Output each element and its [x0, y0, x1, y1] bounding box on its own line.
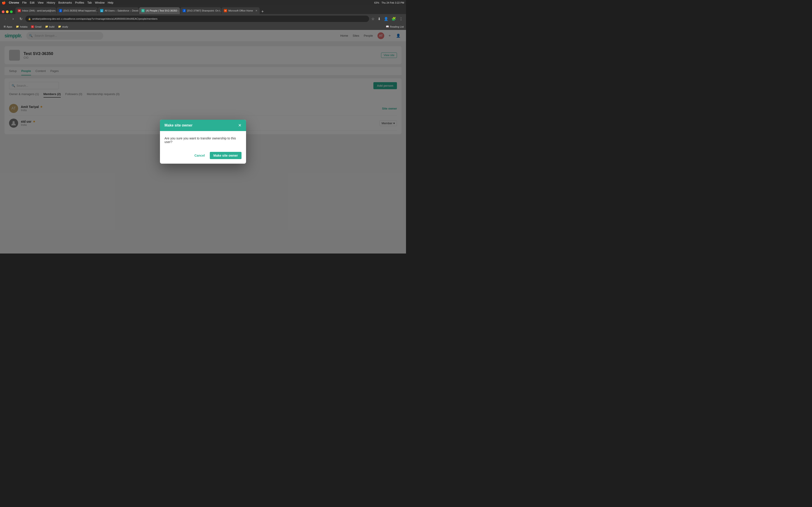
refresh-button[interactable]: ↻: [18, 16, 24, 22]
bookmark-gmail-label: Gmail: [35, 25, 42, 28]
modal-footer: Cancel Make site owner: [160, 149, 246, 164]
tab-gmail[interactable]: ✉ Inbox (344) - amit.tariyal@sim... ✕: [15, 7, 56, 14]
bookmark-build-label: build: [49, 25, 54, 28]
bookmark-hotaka-label: hotaka: [20, 25, 28, 28]
tab-label-salesforce: All Users – Salesforce – Devel...: [105, 9, 139, 12]
apps-grid-icon: ⊞: [4, 25, 6, 28]
bookmark-gmail[interactable]: G Gmail: [30, 25, 43, 29]
tab-favicon-salesforce: ☁: [100, 9, 103, 12]
ssl-icon: 🔒: [28, 18, 31, 20]
apple-menu[interactable]: 🍎: [2, 1, 6, 5]
menubar: 🍎 Chrome File Edit View History Bookmark…: [0, 0, 406, 5]
browser-window: ✉ Inbox (344) - amit.tariyal@sim... ✕ J …: [0, 5, 406, 253]
modal-body: Are you sure you want to transfer owners…: [160, 131, 246, 149]
clock: Thu 24 Feb 3:22 PM: [382, 1, 404, 4]
reading-list-label: Reading List: [390, 25, 404, 28]
bookmark-apps[interactable]: ⊞ Apps: [2, 25, 14, 29]
reading-list-button[interactable]: 📖 Reading List: [386, 25, 404, 28]
menubar-file[interactable]: File: [22, 1, 27, 4]
nav-bar: ‹ › ↻ 🔒 amittariyaldevorg-dev-ed--c.visu…: [0, 14, 406, 23]
folder-study-icon: 📁: [58, 25, 61, 28]
menubar-window[interactable]: Window: [95, 1, 105, 4]
menubar-tab[interactable]: Tab: [88, 1, 92, 4]
bookmark-hotaka[interactable]: 📁 hotaka: [14, 25, 29, 29]
bookmark-study[interactable]: 📁 study: [57, 25, 69, 29]
modal-title: Make site owner: [164, 123, 193, 127]
menubar-history[interactable]: History: [47, 1, 55, 4]
bookmarks-bar: ⊞ Apps 📁 hotaka G Gmail 📁 build 📁 study …: [0, 23, 406, 30]
modal-close-button[interactable]: ✕: [238, 123, 242, 127]
modal-overlay[interactable]: Make site owner ✕ Are you sure you want …: [0, 30, 406, 253]
tab-bar: ✉ Inbox (344) - amit.tariyal@sim... ✕ J …: [0, 5, 406, 14]
new-tab-button[interactable]: +: [260, 9, 265, 14]
tab-label-people: (4) People | Test SV2-36350 -: [146, 9, 179, 12]
page-content: simpplr. 🔍 Search Simpplr... Home Sites …: [0, 30, 406, 253]
bookmark-study-label: study: [62, 25, 68, 28]
tab-salesforce[interactable]: ☁ All Users – Salesforce – Devel... ✕: [98, 7, 139, 14]
tab-sharepoint[interactable]: J [SV2-37987] Sharepoint- On t... ✕: [180, 7, 221, 14]
tab-jira1[interactable]: J [SV2-36350] What happened... ✕: [57, 7, 97, 14]
more-menu-icon[interactable]: ⋮: [398, 16, 404, 22]
modal-body-text: Are you sure you want to transfer owners…: [164, 136, 236, 144]
menubar-help[interactable]: Help: [108, 1, 113, 4]
menubar-profiles[interactable]: Profiles: [75, 1, 84, 4]
tab-favicon-msoffice: M: [224, 9, 227, 12]
tab-favicon-sharepoint: J: [183, 9, 186, 12]
bookmark-apps-label: Apps: [7, 25, 12, 28]
menubar-right: 63% Thu 24 Feb 3:22 PM: [374, 1, 404, 4]
tab-label-sharepoint: [SV2-37987] Sharepoint- On t...: [187, 9, 221, 12]
minimize-window-btn[interactable]: [6, 10, 9, 13]
tab-label-gmail: Inbox (344) - amit.tariyal@sim...: [22, 9, 56, 12]
tab-favicon-gmail: ✉: [18, 9, 21, 12]
url-text: amittariyaldevorg-dev-ed--c.visualforce.…: [32, 17, 157, 20]
tab-favicon-people: S: [141, 9, 145, 12]
reading-list-icon: 📖: [386, 25, 389, 28]
menubar-bookmarks[interactable]: Bookmarks: [58, 1, 72, 4]
tab-close-msoffice[interactable]: ✕: [255, 9, 257, 12]
extensions-icon[interactable]: 🧩: [391, 16, 397, 22]
make-site-owner-button[interactable]: Make site owner: [210, 152, 242, 159]
menubar-edit[interactable]: Edit: [30, 1, 35, 4]
close-window-btn[interactable]: [2, 10, 5, 13]
address-bar[interactable]: 🔒 amittariyaldevorg-dev-ed--c.visualforc…: [26, 16, 369, 22]
tab-favicon-jira1: J: [59, 9, 62, 12]
forward-button[interactable]: ›: [10, 16, 16, 22]
nav-right-icons: ☆ ⬇ 👤 🧩 ⋮: [370, 16, 404, 22]
battery-indicator: 63%: [374, 1, 379, 4]
modal-dialog: Make site owner ✕ Are you sure you want …: [160, 120, 246, 164]
menubar-view[interactable]: View: [38, 1, 44, 4]
cancel-button[interactable]: Cancel: [192, 152, 208, 159]
tab-label-msoffice: Microsoft Office Home: [229, 9, 253, 12]
maximize-window-btn[interactable]: [10, 10, 13, 13]
folder-build-icon: 📁: [45, 25, 48, 28]
modal-header: Make site owner ✕: [160, 120, 246, 131]
tab-people[interactable]: S (4) People | Test SV2-36350 - ✕: [139, 7, 180, 14]
menubar-chrome[interactable]: Chrome: [9, 1, 19, 4]
bookmark-star-icon[interactable]: ☆: [370, 16, 375, 22]
back-button[interactable]: ‹: [2, 16, 9, 22]
tab-msoffice[interactable]: M Microsoft Office Home ✕: [221, 7, 260, 14]
folder-icon: 📁: [16, 25, 19, 28]
tab-label-jira1: [SV2-36350] What happened...: [63, 9, 97, 12]
gmail-favicon: G: [31, 25, 34, 28]
download-icon[interactable]: ⬇: [377, 16, 382, 22]
profile-icon[interactable]: 👤: [383, 16, 389, 22]
bookmark-build[interactable]: 📁 build: [44, 25, 56, 29]
